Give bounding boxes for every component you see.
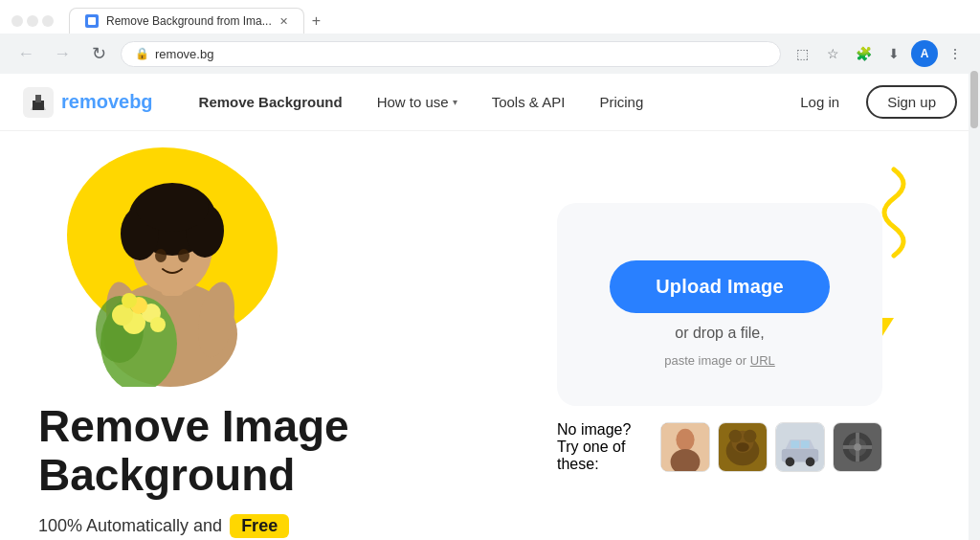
- upload-dropzone[interactable]: Upload Image or drop a file, paste image…: [557, 203, 882, 406]
- browser-action-buttons: ⬚ ☆ 🧩 ⬇ A ⋮: [789, 40, 969, 67]
- svg-point-29: [729, 430, 742, 442]
- svg-point-31: [736, 442, 748, 452]
- svg-point-30: [744, 430, 756, 442]
- paste-url-text: paste image or URL: [664, 353, 775, 368]
- nav-remove-background[interactable]: Remove Background: [184, 86, 358, 118]
- sample-label-row: No image? Try one of these:: [557, 421, 882, 473]
- svg-point-21: [155, 249, 167, 262]
- tab-title: Remove Background from Ima...: [106, 14, 272, 28]
- svg-marker-34: [786, 439, 815, 449]
- sample-image-3[interactable]: [775, 422, 825, 472]
- window-minimize-btn[interactable]: [27, 15, 38, 27]
- logo-icon: [23, 87, 54, 118]
- svg-point-12: [136, 184, 209, 232]
- download-btn[interactable]: ⬇: [880, 40, 907, 67]
- lock-icon: 🔒: [135, 47, 149, 60]
- menu-btn[interactable]: ⋮: [942, 40, 969, 67]
- hero-title: Remove Image Background: [38, 402, 459, 499]
- url-link[interactable]: URL: [750, 353, 775, 368]
- upload-image-button[interactable]: Upload Image: [610, 260, 830, 313]
- sample-image-4[interactable]: [833, 422, 882, 472]
- no-image-label: No image? Try one of these:: [557, 421, 651, 473]
- back-btn[interactable]: ←: [11, 39, 40, 68]
- hero-image-area: [38, 138, 306, 387]
- nav-how-to-use[interactable]: How to use ▾: [362, 86, 473, 118]
- svg-point-35: [786, 458, 795, 467]
- forward-btn[interactable]: →: [48, 39, 77, 68]
- svg-point-24: [676, 429, 694, 451]
- new-tab-btn[interactable]: +: [304, 9, 328, 34]
- nav-links: Remove Background How to use ▾ Tools & A…: [184, 86, 786, 118]
- cast-btn[interactable]: ⬚: [789, 40, 815, 67]
- login-button[interactable]: Log in: [785, 86, 855, 118]
- svg-point-19: [150, 317, 166, 332]
- sample-images-section: No image? Try one of these:: [557, 421, 882, 473]
- svg-point-20: [122, 293, 137, 308]
- sample-image-2[interactable]: [718, 422, 768, 472]
- hero-subtitle: 100% Automatically and Free: [38, 514, 459, 538]
- window-close-btn[interactable]: [11, 15, 23, 27]
- chevron-down-icon: ▾: [453, 97, 457, 107]
- logo-text: removebg: [61, 91, 153, 113]
- browser-scrollbar[interactable]: [969, 69, 980, 540]
- svg-rect-38: [801, 440, 810, 448]
- svg-rect-37: [791, 440, 799, 448]
- address-bar[interactable]: 🔒 remove.bg: [121, 41, 781, 67]
- hero-right: Upload Image or drop a file, paste image…: [498, 203, 942, 473]
- browser-nav-bar: ← → ↻ 🔒 remove.bg ⬚ ☆ 🧩 ⬇ A ⋮: [0, 34, 980, 74]
- logo-link[interactable]: removebg: [23, 87, 153, 118]
- window-controls: [11, 15, 54, 27]
- svg-rect-3: [35, 95, 41, 102]
- browser-title-bar: Remove Background from Ima... ✕ +: [0, 0, 980, 34]
- nav-tools-api[interactable]: Tools & API: [477, 86, 581, 118]
- drop-text: or drop a file,: [675, 325, 764, 342]
- browser-tabs: Remove Background from Ima... ✕ +: [69, 8, 328, 34]
- browser-chrome: Remove Background from Ima... ✕ + ← → ↻ …: [0, 0, 980, 74]
- bookmark-btn[interactable]: ☆: [819, 40, 846, 67]
- svg-point-22: [178, 249, 189, 262]
- tab-close-btn[interactable]: ✕: [279, 15, 288, 28]
- website-content: removebg Remove Background How to use ▾ …: [0, 74, 980, 540]
- svg-point-36: [806, 458, 815, 467]
- extensions-btn[interactable]: 🧩: [850, 40, 877, 67]
- nav-actions: Log in Sign up: [785, 85, 957, 119]
- refresh-btn[interactable]: ↻: [84, 39, 113, 68]
- site-navigation: removebg Remove Background How to use ▾ …: [0, 74, 980, 131]
- window-maximize-btn[interactable]: [42, 15, 54, 27]
- sample-image-1[interactable]: [660, 422, 710, 472]
- person-illustration: [48, 143, 297, 387]
- profile-btn[interactable]: A: [911, 40, 938, 67]
- tab-favicon: [85, 14, 99, 28]
- free-badge: Free: [230, 514, 289, 538]
- nav-pricing[interactable]: Pricing: [584, 86, 658, 118]
- sample-images-list: [660, 422, 882, 472]
- hero-section: Remove Image Background 100% Automatical…: [0, 131, 980, 540]
- scrollbar-thumb[interactable]: [970, 71, 978, 128]
- hero-left: Remove Image Background 100% Automatical…: [38, 138, 498, 538]
- url-text: remove.bg: [155, 47, 213, 61]
- svg-point-44: [854, 443, 861, 451]
- active-tab[interactable]: Remove Background from Ima... ✕: [69, 8, 304, 34]
- signup-button[interactable]: Sign up: [866, 85, 957, 119]
